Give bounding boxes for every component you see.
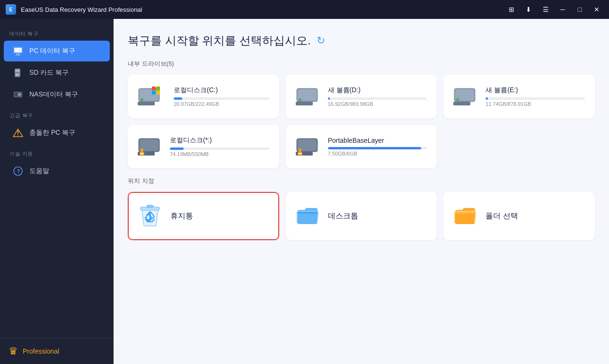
data-recovery-section-label: 데이터 복구 — [0, 24, 114, 40]
svg-rect-43 — [141, 153, 143, 154]
window-controls: ⊞ ⬇ ☰ ─ □ ✕ — [505, 3, 603, 16]
svg-rect-31 — [296, 102, 313, 105]
svg-point-47 — [299, 148, 301, 151]
progress-fill-star — [170, 147, 184, 150]
progress-fill-d — [328, 97, 330, 100]
progress-bg-e — [485, 97, 585, 100]
help-icon: ? — [12, 165, 24, 177]
drive-size-pbl: 7.50GB/8GB — [328, 151, 427, 156]
titlebar: E EaseUS Data Recovery Wizard Profession… — [0, 0, 609, 19]
svg-rect-52 — [147, 205, 153, 208]
minimize-btn[interactable]: ─ — [556, 3, 569, 16]
drive-info-c: 로컬디스크(C:) 20.97GB/222.49GB — [174, 86, 269, 107]
svg-rect-5 — [16, 69, 17, 72]
drive-name-pbl: PortableBaseLayer — [328, 137, 427, 144]
sidebar-sd-label: SD 카드 복구 — [29, 69, 69, 77]
progress-bg-pbl — [328, 147, 427, 149]
sidebar-bottom: ♛ Professional — [0, 338, 114, 364]
folder-select-label: 폴더 선택 — [485, 211, 518, 221]
pro-label: Professional — [23, 347, 59, 355]
svg-text:?: ? — [17, 168, 20, 174]
desktop-icon — [296, 203, 319, 229]
refresh-icon[interactable]: ↻ — [317, 35, 325, 47]
drive-size-c: 20.97GB/222.49GB — [174, 101, 269, 107]
progress-bg-d — [328, 97, 427, 100]
svg-rect-1 — [14, 48, 22, 52]
sidebar-item-sd[interactable]: SD SD 카드 복구 — [4, 62, 110, 83]
drive-size-star: 74.19MB/550MB — [170, 151, 269, 157]
drive-card-star[interactable]: 로컬디스크(*:) 74.19MB/550MB — [128, 125, 279, 168]
svg-rect-3 — [15, 55, 21, 56]
progress-bg-star — [170, 147, 269, 150]
loc-card-desktop[interactable]: 데스크톱 — [286, 192, 437, 240]
svg-rect-50 — [299, 153, 301, 154]
drive-icon-pbl — [296, 134, 320, 159]
progress-fill-e — [485, 97, 487, 100]
app-container: 데이터 복구 PC 데이터 복구 SD — [0, 19, 609, 364]
drive-card-e[interactable]: 새 볼륨(E:) 11.74GB/878.91GB — [443, 75, 595, 118]
sidebar-item-help[interactable]: ? 도움말 — [4, 161, 110, 182]
svg-text:♻: ♻ — [144, 212, 153, 224]
sidebar-item-nas[interactable]: NAS데이터 복구 — [4, 84, 110, 105]
monitor-btn[interactable]: ⊞ — [505, 3, 518, 16]
desktop-label: 데스크톱 — [328, 211, 358, 221]
progress-bg-c — [174, 97, 269, 100]
sidebar-nas-label: NAS데이터 복구 — [29, 90, 78, 99]
loc-card-recycle[interactable]: ♻ 휴지통 — [128, 192, 279, 240]
drive-info-d: 새 볼륨(D:) 16.92GB/983.98GB — [328, 86, 427, 107]
drive-info-star: 로컬디스크(*:) 74.19MB/550MB — [170, 136, 269, 157]
drive-name-d: 새 볼륨(D:) — [328, 86, 427, 95]
sidebar-pc-label: PC 데이터 복구 — [29, 47, 75, 55]
svg-rect-10 — [15, 93, 18, 96]
svg-text:SD: SD — [16, 73, 19, 76]
drive-info-pbl: PortableBaseLayer 7.50GB/8GB — [328, 137, 427, 156]
recycle-icon: ♻ — [138, 202, 162, 230]
svg-point-30 — [299, 98, 301, 101]
sidebar-help-label: 도움말 — [29, 167, 49, 175]
close-btn[interactable]: ✕ — [590, 3, 603, 16]
svg-rect-22 — [138, 102, 155, 105]
folder-select-icon — [453, 203, 477, 229]
svg-point-40 — [141, 148, 143, 151]
drive-size-e: 11.74GB/878.91GB — [485, 101, 585, 107]
loc-card-folder[interactable]: 폴더 선택 — [443, 192, 595, 240]
advanced-section-label: 고급 복구 — [0, 105, 114, 122]
app-icon: E — [6, 4, 16, 15]
drive-size-d: 16.92GB/983.98GB — [328, 101, 427, 107]
svg-rect-6 — [17, 69, 18, 72]
drive-card-pbl[interactable]: PortableBaseLayer 7.50GB/8GB — [286, 125, 437, 168]
drive-name-c: 로컬디스크(C:) — [174, 86, 269, 95]
progress-fill-c — [174, 97, 182, 100]
maximize-btn[interactable]: □ — [573, 3, 586, 16]
svg-rect-25 — [152, 91, 156, 95]
location-grid: ♻ 휴지통 데스크톱 — [128, 192, 595, 240]
recycle-label: 휴지통 — [170, 211, 193, 221]
drive-name-star: 로컬디스크(*:) — [170, 136, 269, 145]
drive-card-d[interactable]: 새 볼륨(D:) 16.92GB/983.98GB — [286, 75, 437, 118]
crown-icon: ♛ — [9, 345, 18, 357]
sidebar-item-crash[interactable]: ! 충돌한 PC 복구 — [4, 122, 110, 143]
sidebar-crash-label: 충돌한 PC 복구 — [29, 129, 75, 137]
svg-rect-12 — [18, 94, 21, 95]
app-title: EaseUS Data Recovery Wizard Professional — [21, 6, 505, 13]
progress-fill-pbl — [328, 147, 421, 149]
drive-card-c[interactable]: 로컬디스크(C:) 20.97GB/222.49GB — [128, 75, 279, 118]
location-section-label: 위치 지정 — [128, 177, 595, 185]
main-content: 복구를 시작할 위치를 선택하십시오. ↻ 내부 드라이브(5) — [114, 19, 609, 364]
drive-icon-e — [453, 84, 478, 109]
svg-rect-26 — [156, 91, 160, 95]
drive-icon-c — [138, 84, 166, 109]
sd-icon: SD — [12, 67, 24, 78]
download-btn[interactable]: ⬇ — [522, 3, 535, 16]
drive-icon-d — [296, 84, 320, 109]
sidebar: 데이터 복구 PC 데이터 복구 SD — [0, 19, 114, 364]
svg-rect-23 — [152, 87, 156, 90]
menu-btn[interactable]: ☰ — [539, 3, 552, 16]
sidebar-item-pc[interactable]: PC 데이터 복구 — [4, 41, 110, 61]
svg-point-21 — [141, 98, 143, 101]
drives-grid: 로컬디스크(C:) 20.97GB/222.49GB — [128, 75, 595, 168]
nas-icon — [12, 89, 24, 100]
svg-rect-24 — [156, 87, 160, 90]
drive-icon-star — [138, 134, 162, 159]
drive-name-e: 새 볼륨(E:) — [485, 86, 585, 95]
